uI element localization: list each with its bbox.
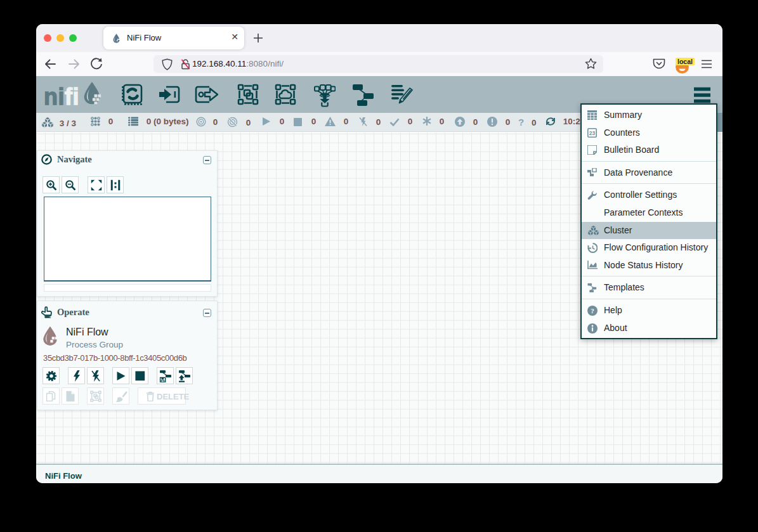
svg-text:?: ? (591, 307, 594, 315)
svg-text:23: 23 (589, 129, 596, 136)
